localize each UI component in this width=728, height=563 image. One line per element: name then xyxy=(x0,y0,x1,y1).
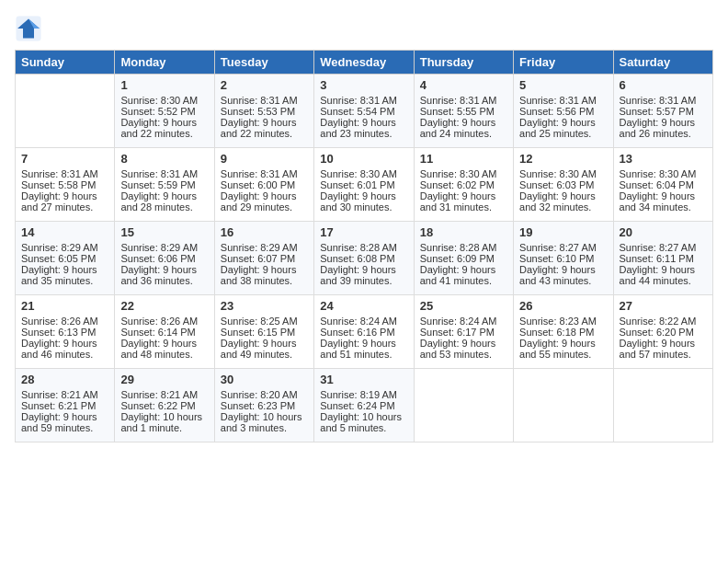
calendar-cell: 28Sunrise: 8:21 AMSunset: 6:21 PMDayligh… xyxy=(16,369,115,442)
sunset-text: Sunset: 6:09 PM xyxy=(420,253,507,264)
weekday-header: Friday xyxy=(514,51,613,75)
sunrise-text: Sunrise: 8:24 AM xyxy=(420,316,507,327)
sunset-text: Sunset: 5:58 PM xyxy=(21,179,108,190)
calendar-cell xyxy=(514,369,613,442)
daylight-text: Daylight: 9 hours and 32 minutes. xyxy=(519,190,607,213)
sunrise-text: Sunrise: 8:31 AM xyxy=(221,168,308,179)
sunrise-text: Sunrise: 8:30 AM xyxy=(620,168,707,179)
daylight-text: Daylight: 9 hours and 59 minutes. xyxy=(21,411,108,433)
day-number: 17 xyxy=(320,225,407,239)
sunset-text: Sunset: 5:56 PM xyxy=(519,106,607,117)
calendar-cell: 10Sunrise: 8:30 AMSunset: 6:01 PMDayligh… xyxy=(314,148,414,222)
daylight-text: Daylight: 9 hours and 30 minutes. xyxy=(320,190,407,213)
logo xyxy=(15,15,46,42)
sunset-text: Sunset: 6:07 PM xyxy=(221,253,308,264)
sunrise-text: Sunrise: 8:30 AM xyxy=(420,168,507,179)
calendar-cell: 3Sunrise: 8:31 AMSunset: 5:54 PMDaylight… xyxy=(314,75,414,148)
sunrise-text: Sunrise: 8:21 AM xyxy=(120,389,208,400)
calendar-cell: 16Sunrise: 8:29 AMSunset: 6:07 PMDayligh… xyxy=(214,222,313,295)
daylight-text: Daylight: 9 hours and 49 minutes. xyxy=(221,338,308,360)
sunset-text: Sunset: 6:14 PM xyxy=(120,327,208,338)
sunrise-text: Sunrise: 8:28 AM xyxy=(320,242,407,253)
calendar-cell: 12Sunrise: 8:30 AMSunset: 6:03 PMDayligh… xyxy=(514,148,613,222)
sunset-text: Sunset: 6:13 PM xyxy=(21,327,108,338)
day-number: 18 xyxy=(420,225,507,239)
sunset-text: Sunset: 5:57 PM xyxy=(620,106,707,117)
day-number: 24 xyxy=(320,299,407,313)
daylight-text: Daylight: 9 hours and 43 minutes. xyxy=(519,264,607,286)
sunset-text: Sunset: 6:00 PM xyxy=(221,179,308,190)
daylight-text: Daylight: 9 hours and 38 minutes. xyxy=(221,264,308,286)
calendar-cell: 27Sunrise: 8:22 AMSunset: 6:20 PMDayligh… xyxy=(613,295,712,369)
daylight-text: Daylight: 9 hours and 34 minutes. xyxy=(620,190,707,213)
day-number: 19 xyxy=(519,225,607,239)
sunrise-text: Sunrise: 8:25 AM xyxy=(221,316,308,327)
calendar-cell: 5Sunrise: 8:31 AMSunset: 5:56 PMDaylight… xyxy=(514,75,613,148)
calendar-cell: 11Sunrise: 8:30 AMSunset: 6:02 PMDayligh… xyxy=(414,148,513,222)
sunset-text: Sunset: 5:54 PM xyxy=(320,106,407,117)
calendar-cell xyxy=(16,75,115,148)
day-number: 14 xyxy=(21,225,108,239)
sunrise-text: Sunrise: 8:21 AM xyxy=(21,389,108,400)
day-number: 10 xyxy=(320,152,407,166)
sunrise-text: Sunrise: 8:29 AM xyxy=(21,242,108,253)
daylight-text: Daylight: 9 hours and 26 minutes. xyxy=(620,117,707,139)
calendar-cell: 15Sunrise: 8:29 AMSunset: 6:06 PMDayligh… xyxy=(115,222,214,295)
sunset-text: Sunset: 6:20 PM xyxy=(620,327,707,338)
daylight-text: Daylight: 9 hours and 27 minutes. xyxy=(21,190,108,213)
day-number: 7 xyxy=(21,152,108,166)
weekday-header: Sunday xyxy=(16,51,115,75)
calendar-cell: 8Sunrise: 8:31 AMSunset: 5:59 PMDaylight… xyxy=(115,148,214,222)
day-number: 21 xyxy=(21,299,108,313)
sunrise-text: Sunrise: 8:30 AM xyxy=(320,168,407,179)
sunrise-text: Sunrise: 8:31 AM xyxy=(120,168,208,179)
day-number: 31 xyxy=(320,373,407,386)
sunrise-text: Sunrise: 8:28 AM xyxy=(420,242,507,253)
day-number: 16 xyxy=(221,225,308,239)
day-number: 2 xyxy=(221,78,308,92)
sunset-text: Sunset: 6:23 PM xyxy=(221,400,308,411)
sunset-text: Sunset: 6:11 PM xyxy=(620,253,707,264)
calendar-cell: 2Sunrise: 8:31 AMSunset: 5:53 PMDaylight… xyxy=(214,75,313,148)
calendar-cell: 31Sunrise: 8:19 AMSunset: 6:24 PMDayligh… xyxy=(314,369,414,442)
day-number: 20 xyxy=(620,225,707,239)
sunset-text: Sunset: 6:24 PM xyxy=(320,400,407,411)
daylight-text: Daylight: 9 hours and 24 minutes. xyxy=(420,117,507,139)
calendar-cell: 26Sunrise: 8:23 AMSunset: 6:18 PMDayligh… xyxy=(514,295,613,369)
day-number: 26 xyxy=(519,299,607,313)
sunset-text: Sunset: 6:22 PM xyxy=(120,400,208,411)
day-number: 12 xyxy=(519,152,607,166)
day-number: 8 xyxy=(120,152,208,166)
sunrise-text: Sunrise: 8:22 AM xyxy=(620,316,707,327)
weekday-header: Wednesday xyxy=(314,51,414,75)
calendar-week-row: 28Sunrise: 8:21 AMSunset: 6:21 PMDayligh… xyxy=(16,369,713,442)
sunset-text: Sunset: 6:01 PM xyxy=(320,179,407,190)
sunset-text: Sunset: 6:21 PM xyxy=(21,400,108,411)
weekday-header: Thursday xyxy=(414,51,513,75)
daylight-text: Daylight: 9 hours and 29 minutes. xyxy=(221,190,308,213)
sunset-text: Sunset: 6:05 PM xyxy=(21,253,108,264)
calendar-cell: 30Sunrise: 8:20 AMSunset: 6:23 PMDayligh… xyxy=(214,369,313,442)
calendar-table: SundayMondayTuesdayWednesdayThursdayFrid… xyxy=(15,50,713,442)
calendar-cell: 13Sunrise: 8:30 AMSunset: 6:04 PMDayligh… xyxy=(613,148,712,222)
day-number: 9 xyxy=(221,152,308,166)
sunrise-text: Sunrise: 8:31 AM xyxy=(620,95,707,106)
day-number: 15 xyxy=(120,225,208,239)
calendar-cell: 9Sunrise: 8:31 AMSunset: 6:00 PMDaylight… xyxy=(214,148,313,222)
calendar-cell: 19Sunrise: 8:27 AMSunset: 6:10 PMDayligh… xyxy=(514,222,613,295)
sunrise-text: Sunrise: 8:27 AM xyxy=(519,242,607,253)
calendar-cell: 25Sunrise: 8:24 AMSunset: 6:17 PMDayligh… xyxy=(414,295,513,369)
sunset-text: Sunset: 6:03 PM xyxy=(519,179,607,190)
sunrise-text: Sunrise: 8:27 AM xyxy=(620,242,707,253)
daylight-text: Daylight: 9 hours and 35 minutes. xyxy=(21,264,108,286)
calendar-week-row: 14Sunrise: 8:29 AMSunset: 6:05 PMDayligh… xyxy=(16,222,713,295)
sunrise-text: Sunrise: 8:23 AM xyxy=(519,316,607,327)
daylight-text: Daylight: 10 hours and 5 minutes. xyxy=(320,411,407,433)
calendar-week-row: 1Sunrise: 8:30 AMSunset: 5:52 PMDaylight… xyxy=(16,75,713,148)
day-number: 28 xyxy=(21,373,108,386)
sunrise-text: Sunrise: 8:30 AM xyxy=(120,95,208,106)
calendar-cell: 29Sunrise: 8:21 AMSunset: 6:22 PMDayligh… xyxy=(115,369,214,442)
day-number: 5 xyxy=(519,78,607,92)
calendar-cell: 7Sunrise: 8:31 AMSunset: 5:58 PMDaylight… xyxy=(16,148,115,222)
calendar-cell: 20Sunrise: 8:27 AMSunset: 6:11 PMDayligh… xyxy=(613,222,712,295)
